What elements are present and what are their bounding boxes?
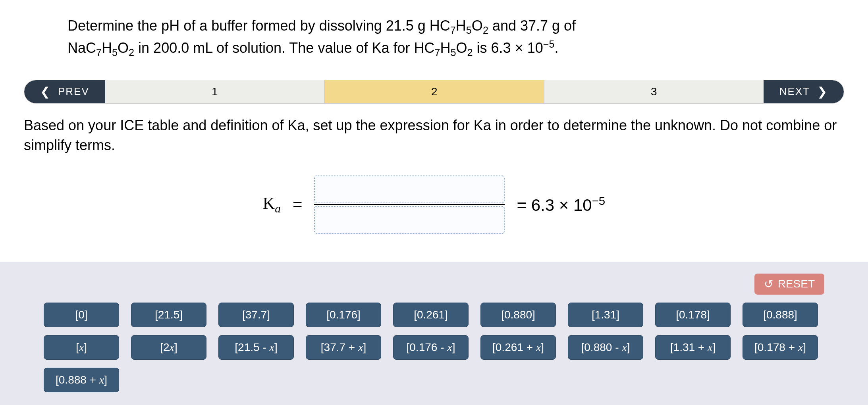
q-text: is 6.3 × 10 — [473, 40, 543, 56]
q-text: O — [456, 40, 467, 56]
reset-button[interactable]: ↺ RESET — [754, 274, 824, 295]
undo-icon: ↺ — [764, 278, 773, 291]
q-text: O — [118, 40, 129, 56]
step-1[interactable]: 1 — [105, 80, 324, 103]
ka-k: K — [263, 194, 275, 212]
sub: 2 — [483, 25, 488, 36]
sup: −5 — [543, 39, 555, 50]
answer-tile[interactable]: [37.7 + x] — [306, 335, 381, 360]
sub: 5 — [466, 25, 472, 36]
question-text: Determine the pH of a buffer formed by d… — [68, 16, 623, 60]
next-label: NEXT — [779, 85, 810, 98]
next-button[interactable]: NEXT ❯ — [764, 80, 844, 103]
step-label: 3 — [651, 85, 657, 98]
numerator-dropzone[interactable] — [314, 176, 505, 203]
ka-equation: Ka = = 6.3 × 10−5 — [24, 176, 844, 234]
step-instruction: Based on your ICE table and definition o… — [24, 116, 844, 156]
sub: 7 — [435, 47, 440, 58]
answer-tile[interactable]: [0.261] — [393, 303, 469, 327]
answer-tile[interactable]: [37.7] — [218, 303, 294, 327]
step-2[interactable]: 2 — [324, 80, 544, 103]
q-text: Determine the pH of a buffer formed by d… — [68, 17, 450, 34]
answer-tile[interactable]: [0.888 + x] — [44, 368, 119, 392]
fraction-bar — [314, 204, 505, 205]
answer-tray: ↺ RESET [0][21.5][37.7][0.176][0.261][0.… — [0, 262, 868, 405]
answer-tile[interactable]: [0.888] — [743, 303, 818, 327]
ka-a: a — [275, 202, 281, 215]
q-text: NaC — [68, 40, 96, 56]
sub: 5 — [451, 47, 456, 58]
answer-tile[interactable]: [0.880 - x] — [568, 335, 643, 360]
step-label: 1 — [212, 85, 218, 98]
answer-tile[interactable]: [1.31] — [568, 303, 643, 327]
prev-button[interactable]: ❮ PREV — [24, 80, 105, 103]
reset-label: RESET — [778, 278, 815, 290]
q-text: . — [554, 40, 558, 56]
ka-symbol: Ka — [263, 194, 281, 215]
answer-tile[interactable]: [0.261 + x] — [480, 335, 556, 360]
answer-tile[interactable]: [0.178 + x] — [743, 335, 818, 360]
chevron-left-icon: ❮ — [40, 86, 51, 98]
q-text: H — [440, 40, 451, 56]
sub: 2 — [129, 47, 134, 58]
prev-label: PREV — [58, 85, 89, 98]
ka-value: = 6.3 × 10−5 — [517, 194, 605, 215]
answer-tile[interactable]: [2x] — [131, 335, 206, 360]
answer-tile[interactable]: [21.5 - x] — [218, 335, 294, 360]
step-list: 1 2 3 — [105, 80, 764, 103]
denominator-dropzone[interactable] — [314, 206, 505, 234]
answer-tile[interactable]: [0.176] — [306, 303, 381, 327]
tile-list: [0][21.5][37.7][0.176][0.261][0.880][1.3… — [44, 303, 824, 392]
sub: 5 — [112, 47, 118, 58]
step-3[interactable]: 3 — [544, 80, 764, 103]
answer-tile[interactable]: [1.31 + x] — [655, 335, 731, 360]
answer-tile[interactable]: [0.880] — [480, 303, 556, 327]
equals-sign: = — [293, 195, 303, 214]
chevron-right-icon: ❯ — [817, 86, 828, 98]
step-label: 2 — [431, 85, 438, 98]
answer-tile[interactable]: [0.178] — [655, 303, 731, 327]
rhs-text: = 6.3 × 10 — [517, 196, 592, 214]
q-text: H — [456, 17, 466, 34]
rhs-exp: −5 — [592, 194, 606, 207]
q-text: H — [102, 40, 112, 56]
answer-tile[interactable]: [21.5] — [131, 303, 206, 327]
sub: 7 — [450, 25, 456, 36]
answer-tile[interactable]: [x] — [44, 335, 119, 360]
q-text: and 37.7 g of — [488, 17, 576, 34]
answer-tile[interactable]: [0.176 - x] — [393, 335, 469, 360]
answer-tile[interactable]: [0] — [44, 303, 119, 327]
q-text: in 200.0 mL of solution. The value of Ka… — [134, 40, 434, 56]
q-text: O — [472, 17, 483, 34]
step-nav: ❮ PREV 1 2 3 NEXT ❯ — [24, 80, 844, 104]
sub: 2 — [467, 47, 473, 58]
fraction — [314, 176, 505, 234]
sub: 7 — [96, 47, 102, 58]
